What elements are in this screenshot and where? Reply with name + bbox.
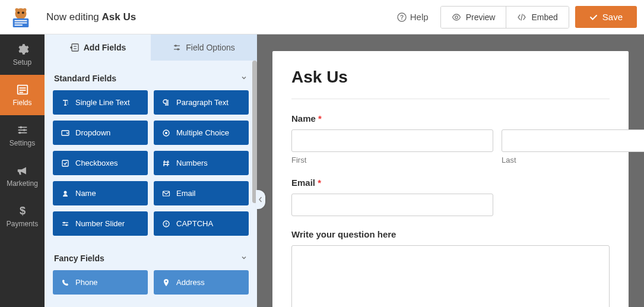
standard-fields-grid: Single Line Text Paragraph Text Dropdown… [53, 90, 249, 236]
form-field-name[interactable]: Name * First Last [291, 113, 610, 164]
nav-fields-label: Fields [12, 99, 31, 107]
svg-text:$: $ [19, 204, 25, 217]
nav-payments[interactable]: $ Payments [0, 196, 45, 236]
captcha-icon: ? [162, 220, 170, 228]
paragraph-icon [162, 99, 170, 107]
tab-add-fields[interactable]: Add Fields [45, 34, 151, 61]
pin-icon [162, 278, 170, 287]
field-paragraph-text[interactable]: Paragraph Text [154, 90, 249, 115]
checkbox-icon [61, 159, 69, 167]
email-input[interactable] [291, 194, 493, 216]
dropdown-icon [61, 129, 69, 137]
svg-point-21 [18, 132, 21, 134]
question-textarea[interactable] [291, 245, 610, 307]
field-captcha[interactable]: ? CAPTCHA [154, 211, 249, 236]
editing-prefix: Now editing [46, 11, 102, 23]
field-checkboxes[interactable]: Checkboxes [53, 151, 148, 175]
topbar: Now editing Ask Us ? Help Preview Embed … [0, 0, 644, 34]
field-label: Numbers [176, 159, 208, 167]
last-name-input[interactable] [502, 129, 644, 152]
sidebar-panel: Add Fields Field Options Standard Fields… [45, 34, 257, 307]
section-fancy-label: Fancy Fields [54, 254, 104, 263]
gear-icon [16, 43, 29, 56]
help-label: Help [410, 12, 429, 22]
editing-label: Now editing Ask Us [46, 11, 136, 23]
field-address[interactable]: Address [154, 270, 249, 295]
help-icon: ? [397, 12, 407, 22]
field-email[interactable]: Email [154, 181, 249, 205]
svg-rect-8 [15, 24, 23, 26]
svg-point-30 [175, 45, 177, 47]
question-label: Write your question here [291, 229, 610, 239]
required-mark: * [318, 178, 321, 188]
help-button[interactable]: ? Help [391, 7, 434, 27]
svg-rect-6 [15, 20, 27, 21]
svg-point-2 [22, 11, 24, 14]
field-numbers[interactable]: Numbers [154, 151, 249, 175]
form-field-question[interactable]: Write your question here [291, 229, 610, 307]
hash-icon [162, 159, 170, 167]
field-label: Number Slider [75, 219, 125, 228]
svg-point-19 [20, 126, 22, 129]
field-name[interactable]: Name [53, 181, 148, 205]
last-sub-label: Last [502, 156, 644, 164]
svg-rect-7 [15, 22, 27, 23]
save-button[interactable]: Save [575, 6, 637, 28]
nav-payments-label: Payments [7, 220, 38, 228]
form-preview: Ask Us Name * First Last [272, 51, 629, 307]
preview-button[interactable]: Preview [441, 7, 507, 28]
section-standard-label: Standard Fields [54, 74, 116, 83]
form-field-email[interactable]: Email * [291, 178, 610, 216]
embed-button[interactable]: Embed [506, 7, 568, 28]
field-dropdown[interactable]: Dropdown [53, 121, 148, 145]
field-number-slider[interactable]: Number Slider [53, 211, 148, 236]
slider-icon [61, 220, 69, 228]
field-single-line-text[interactable]: Single Line Text [53, 90, 148, 115]
field-phone[interactable]: Phone [53, 270, 148, 295]
field-label: CAPTCHA [176, 219, 213, 228]
svg-point-42 [65, 224, 67, 226]
sliders-icon [16, 124, 29, 137]
options-icon [173, 43, 181, 52]
logo [7, 4, 34, 31]
required-mark: * [318, 113, 322, 124]
tab-field-options[interactable]: Field Options [151, 34, 257, 61]
collapse-panel-button[interactable] [256, 190, 265, 209]
section-fancy-fields[interactable]: Fancy Fields [53, 246, 249, 270]
chevron-left-icon [258, 196, 263, 203]
first-name-input[interactable] [291, 129, 493, 152]
svg-point-41 [63, 221, 65, 223]
nav-setup[interactable]: Setup [0, 34, 45, 75]
save-label: Save [602, 12, 623, 22]
topbar-actions: ? Help Preview Embed Save [391, 6, 637, 29]
chevron-down-icon [240, 74, 248, 83]
svg-rect-23 [72, 44, 78, 51]
nav-marketing[interactable]: Marketing [0, 156, 45, 196]
tab-field-options-label: Field Options [186, 43, 234, 52]
field-multiple-choice[interactable]: Multiple Choice [154, 121, 249, 145]
editing-form-name: Ask Us [102, 11, 137, 23]
nav-marketing-label: Marketing [7, 179, 38, 188]
svg-point-31 [177, 48, 179, 50]
field-label: Email [176, 189, 196, 198]
svg-point-1 [17, 11, 20, 14]
scrollbar[interactable] [252, 61, 257, 203]
nav-fields[interactable]: Fields [0, 75, 45, 115]
nav-setup-label: Setup [13, 58, 31, 67]
svg-text:?: ? [165, 222, 167, 226]
fancy-fields-grid: Phone Address [53, 270, 249, 295]
nav-settings-label: Settings [9, 139, 35, 147]
main: Setup Fields Settings Marketing $ Paymen… [0, 34, 644, 307]
user-icon [61, 189, 69, 198]
envelope-icon [162, 189, 170, 198]
field-label: Name [75, 189, 96, 198]
field-label: Multiple Choice [176, 128, 229, 137]
field-label: Checkboxes [75, 159, 118, 167]
preview-embed-group: Preview Embed [440, 6, 569, 29]
section-standard-fields[interactable]: Standard Fields [53, 67, 249, 90]
nav-settings[interactable]: Settings [0, 115, 45, 156]
field-label: Paragraph Text [176, 98, 229, 107]
form-title: Ask Us [291, 68, 610, 99]
code-icon [517, 12, 526, 22]
svg-point-20 [23, 129, 25, 131]
